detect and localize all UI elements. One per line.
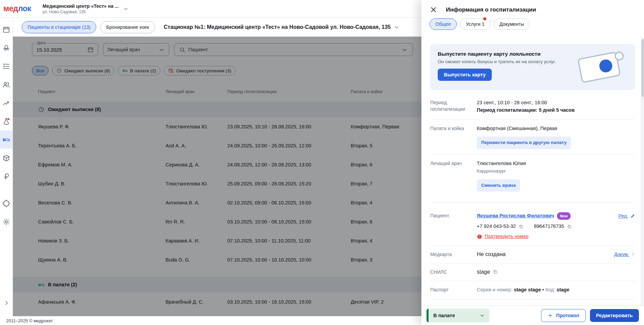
cell-doctor: Buda O. G. [166,257,227,263]
clinic-selector[interactable]: Медицинский центр «Тест» на ... ул. Ново… [42,3,129,14]
date-field-label: Дата [36,41,47,45]
filter-chip[interactable]: Ожидают выписки (8) [52,66,114,75]
date-field[interactable]: Дата 15.10.2025 [32,43,98,56]
table-row[interactable]: Шубин Д. В.Тлюстангелова Ю.25.09.2025, 0… [13,174,421,193]
filter-chip[interactable]: Ожидают поступления (3) [164,66,236,75]
patient-name-link[interactable]: Якушева Ростислав Филатович [477,212,554,220]
cell-period: 07.10.2025, 10:00 - 11.10.2025, 11:00 [227,238,351,243]
sidebar-item-gear[interactable] [0,213,13,231]
close-icon[interactable] [430,6,437,13]
new-badge: New [557,212,571,220]
sidebar-item-chart[interactable] [0,94,13,112]
notification-dot [483,17,486,20]
checklist-icon [2,62,10,70]
chevron-right-icon [631,252,635,256]
gear-icon [2,218,10,226]
cell-patient: Самойлов С. Б. [38,219,166,224]
cell-period: 23.09.2025, 10:10 - 28.09.2025, 16:00 [227,124,351,129]
bed-icon [122,68,128,73]
field-row-snils: СНИЛС stage [430,264,635,281]
sidebar-item-package[interactable] [0,149,13,167]
col-header-period: Период госпитализации [227,89,351,94]
sidebar-item-checklist[interactable] [0,57,13,75]
filter-chip[interactable]: Все [32,66,49,75]
protocol-button[interactable]: Протокол [541,309,586,322]
drawer-tab-services[interactable]: Услуги 1 [460,18,490,30]
cell-patient: Якушева Р. Ф. [38,124,166,129]
table-row[interactable]: Щукина А. В.Buda O. G.07.10.2025, 10:00 … [13,250,421,269]
sidebar-nav [0,18,13,316]
period-value: 23 сент., 10:10 - 28 сент., 16:00 [477,99,635,107]
filter-chip[interactable]: В палате (2) [118,66,160,75]
main-content: Дата 15.10.2025 Лечащий врач Пациент Все… [13,37,421,316]
sidebar-item-bed[interactable] [0,130,13,149]
cell-patient: Веселова С. В. [38,200,166,205]
edit-link-label: Ред. [619,213,628,220]
sidebar-item-calendar[interactable] [0,20,13,39]
copy-icon[interactable] [493,269,498,274]
cell-ward: Вторая, 4 [351,238,421,243]
sidebar-item-flask[interactable] [0,112,13,130]
field-row-period: Период госпитализации 23 сент., 10:10 - … [430,94,635,120]
edit-button[interactable]: Редактировать [590,309,639,322]
drawer-tab-general[interactable]: Общее [430,18,457,30]
medlock-logo[interactable]: медлок [3,4,31,13]
drawer-title: Информация о госпитализации [446,6,536,13]
chevron-down-icon [394,24,400,30]
confirm-phone-link[interactable]: Подтвердить номер [485,233,528,240]
octopus-icon [2,44,10,52]
table-row[interactable]: Ефремов М. А.Серикова Д. А.24.09.2025, 1… [13,155,421,174]
col-header-ward: Палата и койка [351,89,421,94]
table-row[interactable]: Терентьева А. Б.Asd А. А.24.09.2025, 10:… [13,136,421,155]
sidebar-item-puzzle[interactable] [0,194,13,213]
sidebar-item-people[interactable] [0,75,13,94]
issue-card-button[interactable]: Выпустить карту [438,69,492,81]
field-label: Лечащий врач [430,160,477,192]
transfer-patient-button[interactable]: Перевести пациента в другую палату [477,137,571,149]
hospital-title[interactable]: Стационар №1: Медицинский центр «Тест» н… [164,24,400,30]
filter-chip-label: Ожидают выписки (8) [64,68,110,73]
doctor-select-placeholder: Лечащий врач [107,47,140,52]
documents-link[interactable]: Докум. [614,252,635,257]
footer-bar: 2011–2025 © медрокет [0,316,421,325]
ruble-icon [2,173,10,180]
cell-doctor: Караваев А. И. [166,238,227,243]
copy-icon[interactable] [519,224,524,229]
scrollbar-thumb[interactable] [642,39,644,97]
table-row[interactable]: Якушева Р. Ф.Тлюстангелова Ю.23.09.2025,… [13,117,421,136]
table-row[interactable]: Самойлов С. Б.Rrr R. R.03.10.2025, 10:00… [13,212,421,231]
calendar-icon[interactable] [87,47,94,53]
edit-patient-link[interactable]: Ред. [619,213,635,220]
cell-patient: Щукина А. В. [38,257,166,263]
medcard-value: Не создана [477,251,506,257]
sidebar-item-ruble[interactable] [0,167,13,185]
puzzle-icon [2,200,10,207]
copy-icon[interactable] [567,224,572,229]
tab-bed-booking[interactable]: Бронирование коек [100,21,155,33]
filters-row: Дата 15.10.2025 Лечащий врач Пациент [13,37,421,56]
passport-series-value: stage stage [514,287,541,292]
date-field-value: 15.10.2025 [36,47,62,53]
drawer-tab-documents[interactable]: Документы [494,18,530,30]
drawer-tab-label: Документы [500,21,524,27]
change-doctor-button[interactable]: Сменить врача [477,179,520,192]
table-row[interactable]: Новиков З. Б.Караваев А. И.07.10.2025, 1… [13,231,421,250]
status-dropdown[interactable]: В палате [427,309,489,322]
sidebar-expand-button[interactable] [3,300,10,307]
cell-doctor: Антипина В. А. [166,200,227,205]
doctor-select[interactable]: Лечащий врач [103,43,169,56]
patient-search-input[interactable]: Пациент [174,43,413,56]
clock-icon [38,106,45,113]
drawer-scrollbar[interactable] [641,37,644,306]
passport-code-value: stage [557,287,570,292]
status-dropdown-value: В палате [433,313,455,318]
cell-doctor: Rrr R. R. [166,219,227,224]
field-label: Паспорт [430,286,477,294]
period-duration: Период госпитализации: 5 дней 5 часов [477,107,635,114]
table-row[interactable]: Афанасьев А. Ф.Врачебный Д. С.03.10.2025… [13,292,421,311]
table-row[interactable]: Веселова С. В.Антипина В. А.02.10.2025, … [13,193,421,212]
sidebar-item-octopus[interactable] [0,39,13,57]
status-filter-chips: ВсеОжидают выписки (8)В палате (2)Ожидаю… [13,56,421,75]
tab-patients-in-hospital[interactable]: Пациенты в стационаре (13) [22,21,96,33]
field-row-passport: Паспорт Серия и номер: stage stage • Код… [430,281,635,300]
